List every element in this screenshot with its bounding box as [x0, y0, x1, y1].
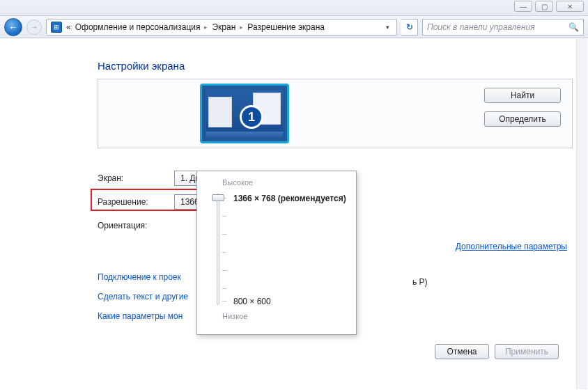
slider-tick: [222, 216, 226, 217]
page-title: Настройки экрана: [98, 60, 575, 72]
slider-high-label: Высокое: [222, 178, 349, 187]
control-panel-icon: ⊞: [51, 22, 62, 33]
monitor-thumbnail[interactable]: 1: [200, 84, 289, 143]
maximize-button[interactable]: ▢: [535, 1, 553, 12]
apply-button: Применить: [495, 344, 559, 359]
monitor-window-icon: [208, 97, 232, 127]
search-input[interactable]: Поиск в панели управления 🔍: [422, 19, 584, 36]
minimize-button[interactable]: —: [514, 1, 532, 12]
navbar: ← → ⊞ « Оформление и персонализация ▸ Эк…: [0, 16, 588, 38]
find-button[interactable]: Найти: [484, 88, 561, 103]
monitor-number-badge: 1: [240, 105, 263, 129]
cancel-button[interactable]: Отмена: [435, 344, 489, 359]
address-dropdown-icon[interactable]: ▾: [382, 24, 392, 31]
monitor-taskbar: [206, 132, 283, 137]
nav-forward-button[interactable]: →: [26, 19, 42, 35]
breadcrumb[interactable]: Оформление и персонализация: [75, 22, 201, 32]
slider-low-label: Низкое: [222, 312, 349, 320]
orientation-label: Ориентация:: [98, 221, 174, 230]
search-icon: 🔍: [568, 22, 579, 32]
slider-thumb[interactable]: [212, 194, 224, 201]
monitor-preview-box: 1 Найти Определить: [98, 79, 573, 148]
titlebar: — ▢ ✕: [0, 0, 588, 16]
chevron-right-icon: ▸: [204, 24, 208, 31]
resolution-popup: Высокое 1366 × 768 (рекомендуется) 800 ×…: [196, 171, 357, 335]
breadcrumb[interactable]: Разрешение экрана: [247, 22, 325, 32]
nav-back-button[interactable]: ←: [4, 18, 22, 36]
scrollbar[interactable]: [576, 39, 587, 389]
chevron-right-icon: ▸: [240, 24, 243, 31]
slider-tick: [222, 252, 226, 253]
screen-label: Экран:: [98, 173, 174, 183]
dialog-buttons: ОК Отмена Применить: [375, 344, 559, 359]
address-bar[interactable]: ⊞ « Оформление и персонализация ▸ Экран …: [46, 19, 397, 36]
close-button[interactable]: ✕: [556, 1, 584, 12]
window: — ▢ ✕ ← → ⊞ « Оформление и персонализаци…: [0, 0, 588, 392]
resolution-option-selected[interactable]: 1366 × 768 (рекомендуется): [233, 194, 346, 203]
resolution-slider[interactable]: 1366 × 768 (рекомендуется) 800 × 600: [210, 191, 349, 308]
resolution-option[interactable]: 800 × 600: [233, 297, 271, 306]
resolution-label: Разрешение:: [98, 197, 174, 207]
slider-tick: [222, 301, 226, 301]
breadcrumb-prefix: «: [66, 22, 71, 32]
detect-button[interactable]: Определить: [484, 111, 561, 127]
monitor-side-buttons: Найти Определить: [484, 88, 561, 127]
truncated-text: ь P): [412, 277, 428, 287]
slider-tick: [222, 288, 226, 289]
slider-tick: [222, 234, 226, 235]
advanced-settings-link[interactable]: Дополнительные параметры: [456, 242, 567, 251]
refresh-button[interactable]: ↻: [401, 19, 418, 36]
slider-track: [217, 194, 219, 305]
search-placeholder: Поиск в панели управления: [427, 22, 535, 32]
breadcrumb[interactable]: Экран: [212, 22, 235, 32]
slider-tick: [222, 270, 226, 271]
window-controls: — ▢ ✕: [514, 1, 584, 12]
